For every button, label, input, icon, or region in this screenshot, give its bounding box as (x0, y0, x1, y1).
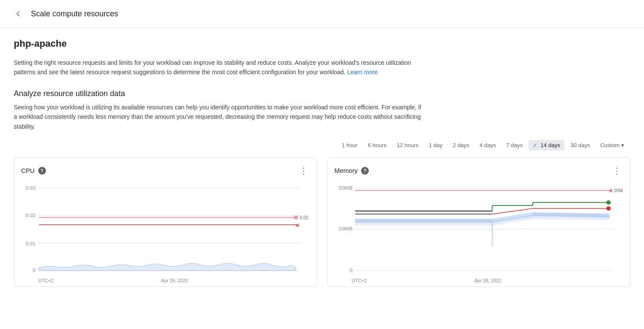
time-btn-12hours[interactable]: 12 hours (392, 140, 423, 151)
svg-rect-9 (294, 216, 298, 219)
time-btn-1hour[interactable]: 1 hour (337, 140, 362, 151)
time-btn-2days[interactable]: 2 days (449, 140, 474, 151)
time-selector: 1 hour 6 hours 12 hours 1 day 2 days 4 d… (14, 140, 630, 151)
time-btn-14days[interactable]: ✓ 14 days (529, 140, 564, 151)
cpu-chart-area: 0.03 0.02 0.01 0 0.02 (21, 182, 310, 276)
cpu-more-icon[interactable]: ⋮ (298, 165, 310, 177)
cpu-chart-svg: 0.03 0.02 0.01 0 0.02 (21, 182, 310, 276)
analyze-section-desc: Seeing how your workload is utilizing it… (14, 103, 426, 131)
svg-text:0.01: 0.01 (26, 241, 35, 246)
svg-point-31 (606, 206, 611, 211)
memory-help-icon[interactable]: ? (361, 167, 369, 175)
svg-text:0: 0 (33, 268, 35, 273)
cpu-chart-header: CPU ? ⋮ (21, 165, 310, 177)
svg-text:★: ★ (608, 187, 614, 194)
memory-chart-svg: 20MiB 10MiB 0 ★ 20MiB (334, 182, 623, 276)
memory-chart-card: Memory ? ⋮ 20MiB 10MiB 0 (327, 157, 630, 287)
description-block: Setting the right resource requests and … (14, 58, 426, 77)
cpu-chart-card: CPU ? ⋮ 0.03 0.02 0.01 0 (14, 157, 317, 287)
charts-row: CPU ? ⋮ 0.03 0.02 0.01 0 (14, 157, 630, 287)
svg-text:20MiB: 20MiB (614, 188, 623, 193)
cpu-footer-left: UTC+2 (38, 278, 53, 283)
dropdown-icon: ▾ (621, 142, 624, 148)
memory-chart-header: Memory ? ⋮ (334, 165, 623, 177)
cpu-footer-right: Apr 28, 2022 (161, 278, 188, 283)
svg-text:0.02: 0.02 (300, 215, 309, 220)
svg-line-29 (492, 208, 533, 214)
cpu-help-icon[interactable]: ? (38, 167, 46, 175)
memory-footer-right: Apr 28, 2022 (474, 278, 501, 283)
svg-line-37 (533, 216, 610, 217)
memory-chart-footer: UTC+2 Apr 28, 2022 (334, 278, 623, 283)
svg-point-27 (606, 200, 611, 205)
svg-text:20MiB: 20MiB (338, 185, 352, 190)
svg-text:10MiB: 10MiB (338, 226, 352, 231)
workload-name: php-apache (14, 38, 630, 49)
time-btn-30days[interactable]: 30 days (566, 140, 595, 151)
time-btn-6hours[interactable]: 6 hours (364, 140, 391, 151)
svg-text:0: 0 (350, 268, 352, 273)
main-content: php-apache Setting the right resource re… (0, 28, 644, 297)
memory-chart-area: 20MiB 10MiB 0 ★ 20MiB (334, 182, 623, 276)
checkmark-icon: ✓ (533, 142, 538, 148)
svg-line-34 (533, 214, 610, 215)
cpu-chart-footer: UTC+2 Apr 28, 2022 (21, 278, 310, 283)
back-button[interactable] (10, 6, 26, 21)
svg-text:0.03: 0.03 (26, 185, 35, 190)
svg-text:0.02: 0.02 (26, 213, 35, 218)
page-header: Scale compute resources (0, 0, 644, 28)
page-title: Scale compute resources (31, 9, 118, 18)
memory-chart-title: Memory (334, 167, 358, 174)
memory-footer-left: UTC+2 (352, 278, 367, 283)
time-btn-1day[interactable]: 1 day (425, 140, 447, 151)
learn-more-link[interactable]: Learn more (347, 69, 378, 75)
cpu-chart-title: CPU (21, 167, 35, 174)
analyze-section-title: Analyze resource utilization data (14, 89, 630, 98)
time-btn-7days[interactable]: 7 days (502, 140, 527, 151)
memory-more-icon[interactable]: ⋮ (611, 165, 623, 177)
time-btn-4days[interactable]: 4 days (475, 140, 500, 151)
svg-line-40 (533, 218, 610, 220)
svg-text:✕: ✕ (295, 223, 299, 229)
custom-btn[interactable]: Custom ▾ (596, 140, 629, 151)
